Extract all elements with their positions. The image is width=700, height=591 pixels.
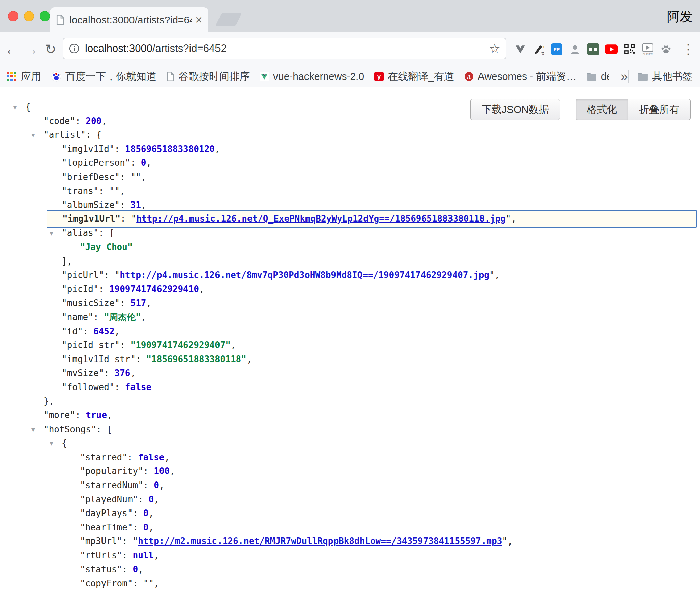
tab-title: localhost:3000/artists?id=645 (69, 14, 192, 26)
json-number: 0 (141, 158, 146, 168)
json-key: "code" (43, 116, 75, 126)
json-number: 517 (130, 298, 146, 308)
json-number: 31 (130, 200, 141, 210)
paw-extension-icon[interactable] (658, 41, 674, 58)
bookmark-star-icon[interactable]: ☆ (489, 42, 500, 55)
player-extension-icon[interactable]: PLAYER (640, 41, 655, 58)
other-bookmarks-folder[interactable]: 其他书签 (637, 70, 693, 84)
json-line: ], (0, 254, 700, 269)
json-key: "picId_str" (62, 340, 120, 350)
json-punct: , (141, 312, 146, 322)
json-line: "hearTime": 0, (0, 521, 700, 535)
json-punct: : (120, 200, 130, 210)
json-url-link[interactable]: http://p4.music.126.net/Q_ExePNkmqB2yWyL… (136, 214, 506, 224)
json-string: "18569651883380118" (146, 354, 246, 364)
json-punct: : (93, 312, 104, 322)
json-punct: , (154, 578, 159, 588)
json-punct: : (143, 480, 154, 490)
collapse-toggle-icon[interactable]: ▼ (13, 100, 17, 114)
json-url-link[interactable]: http://m2.music.126.net/RMJR7wDullRqppBk… (138, 536, 502, 546)
json-literal: false (125, 382, 151, 392)
bookmark-label: 应用 (21, 70, 41, 84)
user-silhouette-extension-icon[interactable] (567, 41, 583, 58)
json-key: "followed" (62, 382, 115, 392)
json-punct: , (170, 466, 175, 476)
json-key: "alias" (62, 228, 99, 238)
json-punct: "" (130, 172, 141, 182)
download-json-button[interactable]: 下载JSON数据 (470, 99, 560, 120)
new-tab-button[interactable] (215, 13, 242, 26)
site-info-icon[interactable] (69, 43, 80, 54)
json-punct: : (83, 326, 93, 336)
collapse-toggle-icon[interactable]: ▼ (31, 423, 35, 437)
json-punct: " (133, 536, 138, 546)
tab-close-icon[interactable]: × (195, 14, 202, 26)
fehelper-extension-icon[interactable]: FE (549, 41, 564, 58)
json-punct: , (199, 284, 204, 294)
bookmarks-overflow-chevron[interactable]: » (621, 69, 628, 84)
minimize-window-button[interactable] (24, 11, 34, 21)
json-punct: : (115, 144, 125, 154)
bookmark-item[interactable]: 谷歌按时间排序 (167, 70, 250, 84)
browser-menu-icon[interactable]: ⋮ (680, 32, 696, 66)
json-line: }, (0, 394, 700, 408)
json-punct: : (120, 298, 130, 308)
collapse-toggle-icon[interactable]: ▼ (31, 128, 35, 142)
browser-window: localhost:3000/artists?id=645 × 阿发 ← → ↻… (0, 0, 700, 591)
json-number: 0 (133, 564, 138, 574)
json-key: "starredNum" (80, 480, 143, 490)
translate-pen-extension-icon[interactable]: en英 (531, 41, 546, 58)
address-bar[interactable]: localhost:3000/artists?id=6452 ☆ (63, 38, 506, 59)
json-key: "img1v1Id_str" (62, 354, 136, 364)
json-number: 0 (149, 494, 154, 504)
json-line: "picId_str": "19097417462929407", (0, 338, 700, 352)
bookmark-item[interactable]: 百度一下，你就知道 (51, 70, 156, 84)
browser-tab[interactable]: localhost:3000/artists?id=645 × (50, 7, 208, 32)
bookmark-item[interactable]: AAwesomes - 前端资… (464, 70, 577, 84)
json-key: "copyFrom" (80, 578, 133, 588)
json-number: 0 (154, 480, 159, 490)
json-punct: : (120, 214, 131, 224)
forward-button[interactable]: → (22, 32, 40, 66)
close-window-button[interactable] (8, 11, 18, 21)
back-button[interactable]: ← (3, 32, 22, 66)
bookmark-item[interactable]: demo (587, 71, 609, 82)
json-line: "musicSize": 517, (0, 296, 700, 310)
bookmark-item[interactable]: vue-hackernews-2.0 (260, 71, 364, 82)
youtube-extension-icon[interactable] (604, 41, 619, 58)
url-path: /artists?id=6452 (152, 42, 227, 54)
json-line: "popularity": 100, (0, 464, 700, 478)
bookmark-item[interactable]: y在线翻译_有道 (374, 70, 454, 84)
json-key: "popularity" (80, 466, 143, 476)
json-punct: , (154, 550, 159, 560)
json-punct: : (75, 410, 86, 420)
json-punct: : (99, 186, 109, 196)
v-shape-extension-icon[interactable] (513, 41, 528, 58)
reload-button[interactable]: ↻ (41, 32, 60, 66)
svg-text:PLAYER: PLAYER (643, 52, 653, 55)
json-line: "dayPlays": 0, (0, 506, 700, 521)
bookmark-label: 其他书签 (652, 70, 693, 84)
json-line: "name": "周杰伦", (0, 310, 700, 324)
svg-text:en: en (541, 45, 544, 49)
collapse-toggle-icon[interactable]: ▼ (50, 436, 53, 450)
json-url-link[interactable]: http://p4.music.126.net/8mv7qP30Pd3oHW8b… (120, 270, 489, 280)
format-button[interactable]: 格式化 (576, 99, 628, 120)
qrcode-extension-icon[interactable] (622, 41, 637, 58)
json-key: "id" (62, 326, 83, 336)
json-punct: , (120, 186, 125, 196)
zoom-window-button[interactable] (40, 11, 50, 21)
json-line: "picUrl": "http://p4.music.126.net/8mv7q… (0, 268, 700, 282)
json-punct: : [ (99, 228, 115, 238)
bookmark-item[interactable]: 应用 (7, 70, 41, 84)
json-punct: , (141, 200, 146, 210)
json-key: "picUrl" (62, 270, 104, 280)
json-key: "dayPlays" (80, 508, 133, 518)
collapse-all-button[interactable]: 折叠所有 (628, 99, 691, 120)
json-key: "starred" (80, 452, 127, 462)
json-number: 0 (143, 508, 149, 518)
collapse-toggle-icon[interactable]: ▼ (50, 226, 53, 240)
json-punct: : (133, 522, 143, 532)
bookmark-label: 在线翻译_有道 (388, 70, 454, 84)
tampermonkey-extension-icon[interactable] (585, 41, 601, 58)
